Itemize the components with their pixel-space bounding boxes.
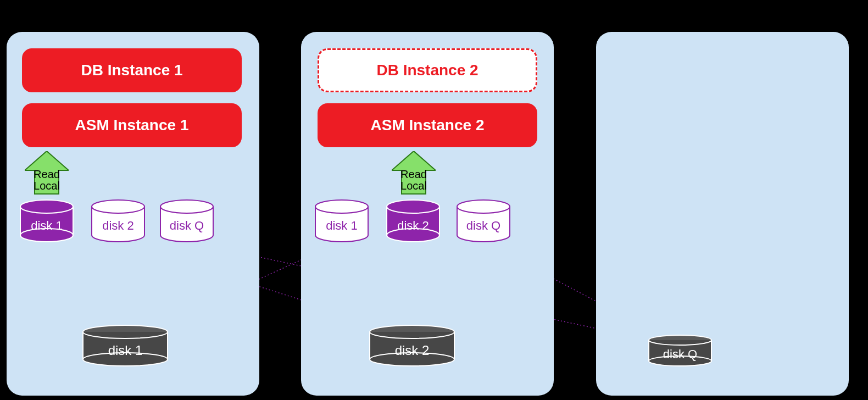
db-instance-2: DB Instance 2 (318, 48, 537, 92)
node2-diskq-label: disk Q (456, 219, 511, 233)
node2-disk1-label: disk 1 (314, 219, 369, 233)
node1-disk1-label: disk 1 (19, 219, 74, 233)
asm-instance-2-label: ASM Instance 2 (371, 116, 485, 134)
physical-disk-2: disk 2 (368, 324, 456, 368)
node2-disk2: disk 2 (386, 199, 441, 243)
node2-disk2-label: disk 2 (386, 219, 441, 233)
node2-diskq: disk Q (456, 199, 511, 243)
physical-disk-q-label: disk Q (647, 347, 713, 362)
read-local-label-1: ReadLocal (25, 169, 69, 192)
physical-disk-1: disk 1 (81, 324, 169, 368)
node2-disk1: disk 1 (314, 199, 369, 243)
node1-disk2-label: disk 2 (91, 219, 146, 233)
physical-disk-2-label: disk 2 (368, 343, 456, 358)
node1-diskq: disk Q (159, 199, 214, 243)
db-instance-1: DB Instance 1 (22, 48, 242, 92)
read-local-arrow-1: ReadLocal (25, 151, 69, 201)
read-local-label-2: ReadLocal (392, 169, 436, 192)
db-instance-2-label: DB Instance 2 (376, 62, 478, 79)
db-instance-1-label: DB Instance 1 (81, 62, 182, 79)
node1-disk2: disk 2 (91, 199, 146, 243)
physical-disk-1-label: disk 1 (81, 343, 169, 358)
physical-disk-q: disk Q (647, 334, 713, 368)
asm-instance-1-label: ASM Instance 1 (75, 116, 189, 134)
asm-instance-1: ASM Instance 1 (22, 103, 242, 147)
asm-instance-2: ASM Instance 2 (318, 103, 537, 147)
node1-disk1: disk 1 (19, 199, 74, 243)
diagram-stage: DB Instance 1 ASM Instance 1 ReadLocal d… (0, 0, 868, 400)
node1-diskq-label: disk Q (159, 219, 214, 233)
read-local-arrow-2: ReadLocal (392, 151, 436, 201)
node-panel-3 (596, 32, 849, 396)
